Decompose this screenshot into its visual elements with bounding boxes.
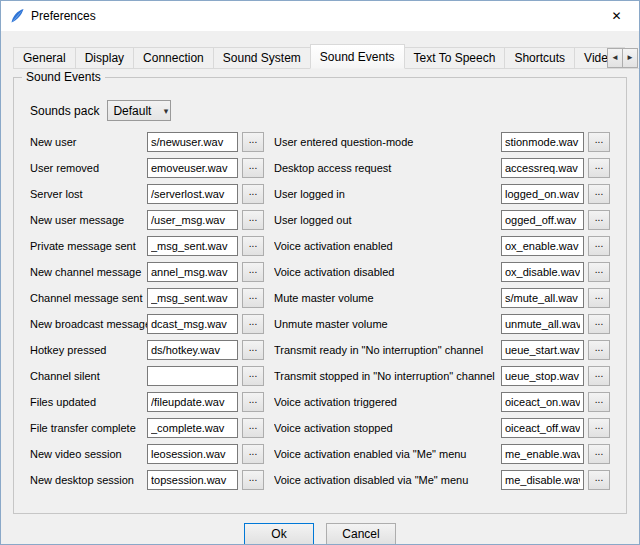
browse-button[interactable]: ... — [242, 236, 264, 256]
sound-file-input[interactable] — [147, 340, 238, 360]
tab-connection[interactable]: Connection — [133, 47, 214, 69]
sound-event-row: User removed... — [30, 155, 264, 181]
arrow-left-icon: ◄ — [611, 53, 619, 62]
sound-file-input[interactable] — [501, 236, 584, 256]
browse-button[interactable]: ... — [242, 392, 264, 412]
browse-button[interactable]: ... — [242, 444, 264, 464]
sound-file-input[interactable] — [501, 288, 584, 308]
browse-button[interactable]: ... — [242, 288, 264, 308]
browse-button[interactable]: ... — [588, 288, 610, 308]
tab-scroll-control: ◄ ► — [608, 48, 638, 68]
sound-event-label: Voice activation disabled via "Me" menu — [274, 474, 501, 486]
browse-button[interactable]: ... — [588, 366, 610, 386]
tab-sound-system[interactable]: Sound System — [213, 47, 311, 69]
sound-events-column-right: User entered question-mode...Desktop acc… — [274, 129, 610, 493]
sound-file-input[interactable] — [501, 418, 584, 438]
browse-button[interactable]: ... — [588, 418, 610, 438]
sound-event-label: Desktop access request — [274, 162, 501, 174]
sound-event-label: Voice activation triggered — [274, 396, 501, 408]
sound-event-label: Transmit stopped in "No interruption" ch… — [274, 370, 501, 382]
sound-file-input[interactable] — [501, 210, 584, 230]
ok-button[interactable]: Ok — [244, 523, 314, 545]
sound-file-input[interactable] — [501, 184, 584, 204]
tab-sound-events[interactable]: Sound Events — [310, 44, 405, 69]
tab-shortcuts[interactable]: Shortcuts — [504, 47, 575, 69]
sound-event-label: Channel silent — [30, 370, 147, 382]
browse-button[interactable]: ... — [588, 314, 610, 334]
tab-scroll-left-button[interactable]: ◄ — [607, 48, 623, 68]
browse-button[interactable]: ... — [242, 132, 264, 152]
chevron-down-icon: ▾ — [164, 106, 169, 116]
sound-file-input[interactable] — [501, 392, 584, 412]
tab-text-to-speech[interactable]: Text To Speech — [404, 47, 506, 69]
browse-button[interactable]: ... — [588, 184, 610, 204]
browse-button[interactable]: ... — [242, 470, 264, 490]
sound-file-input[interactable] — [147, 314, 238, 334]
sound-file-input[interactable] — [147, 210, 238, 230]
sound-file-input[interactable] — [147, 236, 238, 256]
browse-button[interactable]: ... — [588, 132, 610, 152]
dialog-footer: Ok Cancel — [1, 523, 639, 545]
sound-event-label: New broadcast message — [30, 318, 147, 330]
sound-file-input[interactable] — [147, 288, 238, 308]
browse-button[interactable]: ... — [242, 340, 264, 360]
sound-file-input[interactable] — [147, 262, 238, 282]
browse-button[interactable]: ... — [588, 340, 610, 360]
sound-event-row: Channel silent... — [30, 363, 264, 389]
sound-event-label: Unmute master volume — [274, 318, 501, 330]
sound-event-label: Files updated — [30, 396, 147, 408]
sound-event-row: New video session... — [30, 441, 264, 467]
sound-event-label: New channel message — [30, 266, 147, 278]
browse-button[interactable]: ... — [242, 418, 264, 438]
cancel-button[interactable]: Cancel — [326, 523, 396, 545]
browse-button[interactable]: ... — [588, 210, 610, 230]
sound-file-input[interactable] — [147, 366, 238, 386]
sound-file-input[interactable] — [501, 366, 584, 386]
sound-file-input[interactable] — [147, 184, 238, 204]
sound-file-input[interactable] — [147, 470, 238, 490]
sound-event-label: New desktop session — [30, 474, 147, 486]
tab-scroll-right-button[interactable]: ► — [622, 48, 638, 68]
sound-file-input[interactable] — [501, 444, 584, 464]
browse-button[interactable]: ... — [242, 210, 264, 230]
sound-event-row: Transmit stopped in "No interruption" ch… — [274, 363, 610, 389]
browse-button[interactable]: ... — [588, 444, 610, 464]
sound-event-label: Voice activation enabled — [274, 240, 501, 252]
browse-button[interactable]: ... — [588, 158, 610, 178]
sound-file-input[interactable] — [147, 444, 238, 464]
sound-file-input[interactable] — [501, 470, 584, 490]
sound-event-row: Channel message sent... — [30, 285, 264, 311]
browse-button[interactable]: ... — [242, 366, 264, 386]
browse-button[interactable]: ... — [242, 158, 264, 178]
browse-button[interactable]: ... — [588, 236, 610, 256]
sound-file-input[interactable] — [501, 314, 584, 334]
sound-event-row: Hotkey pressed... — [30, 337, 264, 363]
sound-event-row: Unmute master volume... — [274, 311, 610, 337]
tab-display[interactable]: Display — [75, 47, 134, 69]
tab-bar: GeneralDisplayConnectionSound SystemSoun… — [13, 44, 639, 69]
sound-file-input[interactable] — [147, 418, 238, 438]
browse-button[interactable]: ... — [588, 392, 610, 412]
browse-button[interactable]: ... — [242, 184, 264, 204]
sound-file-input[interactable] — [501, 340, 584, 360]
sound-event-label: File transfer complete — [30, 422, 147, 434]
sound-event-label: User entered question-mode — [274, 136, 501, 148]
sound-event-row: User logged in... — [274, 181, 610, 207]
sound-file-input[interactable] — [147, 132, 238, 152]
browse-button[interactable]: ... — [588, 262, 610, 282]
sound-file-input[interactable] — [501, 262, 584, 282]
sound-file-input[interactable] — [501, 132, 584, 152]
preferences-window: Preferences ✕ GeneralDisplayConnectionSo… — [0, 0, 640, 545]
browse-button[interactable]: ... — [242, 262, 264, 282]
group-title: Sound Events — [22, 70, 105, 84]
sound-event-row: User logged out... — [274, 207, 610, 233]
sound-event-row: Mute master volume... — [274, 285, 610, 311]
sound-file-input[interactable] — [501, 158, 584, 178]
browse-button[interactable]: ... — [242, 314, 264, 334]
sound-file-input[interactable] — [147, 158, 238, 178]
browse-button[interactable]: ... — [588, 470, 610, 490]
sound-file-input[interactable] — [147, 392, 238, 412]
close-button[interactable]: ✕ — [594, 1, 639, 31]
tab-general[interactable]: General — [13, 47, 76, 69]
sounds-pack-select[interactable]: Default ▾ — [107, 100, 171, 121]
